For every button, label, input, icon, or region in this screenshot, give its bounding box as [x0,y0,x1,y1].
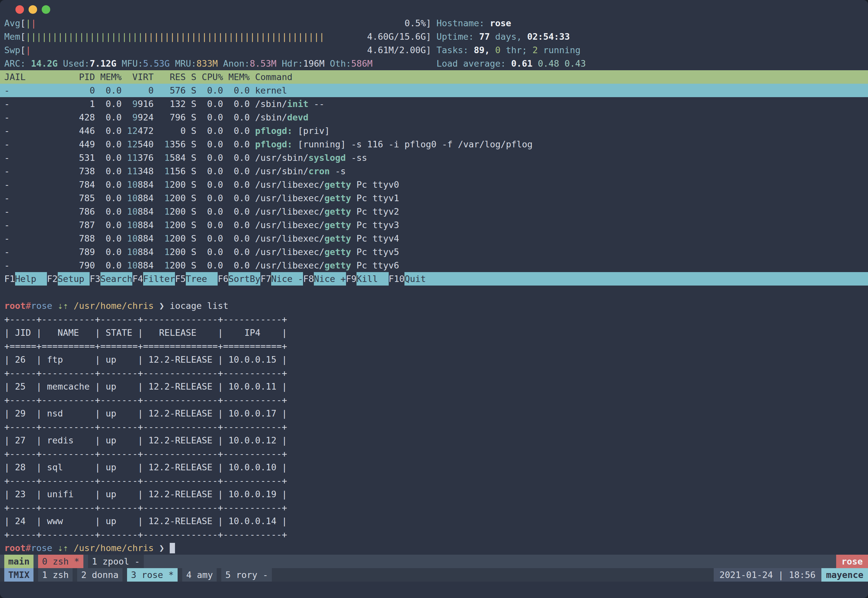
tmux-window[interactable]: 3 rose * [127,568,178,582]
column-command[interactable]: Command [250,70,292,84]
fkey-button[interactable]: F3Search [90,272,132,286]
zoom-button[interactable] [42,5,50,14]
fkey-button[interactable]: F10Quit [389,272,437,286]
memory-meter: Mem[||||||||||||||||||||||||||||||||||||… [4,30,431,43]
proc-state: S [186,245,197,259]
tmux-window[interactable]: 2 donna [77,568,123,582]
proc-command: /usr/libexec/getty Pc ttyv0 [250,178,399,191]
column-mem-pct[interactable]: MEM% [95,70,121,84]
process-row[interactable]: - 790 0.0 10884 1200 S 0.0 0.0 /usr/libe… [0,259,868,272]
proc-jail: - [4,218,25,232]
blank-line [0,286,868,299]
status-datetime: 2021-01-24 | 18:56 [714,568,822,582]
fkey-button[interactable]: F8Nice + [303,272,346,286]
proc-state: S [186,205,197,218]
proc-virt: 10884 [122,218,154,232]
close-button[interactable] [15,5,24,14]
process-row[interactable]: - 1 0.0 9916 132 S 0.0 0.0 /sbin/init -- [0,97,868,111]
htop-header-line-3: Swp[|4.61M/2.00G] Tasks: 89, 0 thr; 2 ru… [0,43,868,57]
column-virt[interactable]: VIRT [122,70,154,84]
proc-mem-pct: 0.0 [95,245,121,259]
tmux-window[interactable]: 5 rory - [221,568,272,582]
process-row[interactable]: - 738 0.0 11348 1156 S 0.0 0.0 /usr/sbin… [0,164,868,178]
proc-jail: - [4,232,25,245]
column-state[interactable]: S [186,70,197,84]
proc-jail: - [4,84,25,97]
fkey-button[interactable]: F5Tree [175,272,218,286]
hostname-info: Hostname: rose [431,16,511,30]
proc-jail: - [4,205,25,218]
process-table-header[interactable]: JAIL PID MEM% VIRT RES S CPU% MEM% Comma… [0,70,868,84]
process-row[interactable]: - 531 0.0 11376 1584 S 0.0 0.0 /usr/sbin… [0,151,868,164]
process-row[interactable]: - 787 0.0 10884 1200 S 0.0 0.0 /usr/libe… [0,218,868,232]
tmux-window[interactable]: 1 zpool - [88,555,144,568]
fkey-button[interactable]: F9Kill [346,272,389,286]
column-res[interactable]: RES [154,70,186,84]
proc-cpu-pct: 0.0 [196,205,223,218]
column-jail[interactable]: JAIL [4,70,25,84]
proc-res: 1200 [154,245,186,259]
process-row[interactable]: - 784 0.0 10884 1200 S 0.0 0.0 /usr/libe… [0,178,868,191]
tmux-window[interactable]: 1 zsh [38,568,73,582]
fkey-bar-fill [437,272,868,286]
proc-jail: - [4,245,25,259]
table-line: +-----+----------+-------+--------------… [0,447,868,460]
shell-prompt-current[interactable]: root#rose⇣⇡/usr/home/chris❯ [0,541,868,555]
process-row[interactable]: - 786 0.0 10884 1200 S 0.0 0.0 /usr/libe… [0,205,868,218]
proc-cpu-pct: 0.0 [196,191,223,205]
proc-res: 1200 [154,178,186,191]
table-line: | 27 | redis | up | 12.2-RELEASE | 10.0.… [0,434,868,447]
proc-cpu-pct: 0.0 [196,124,223,138]
proc-jail: - [4,151,25,164]
proc-pid: 0 [25,84,95,97]
process-row[interactable]: - 789 0.0 10884 1200 S 0.0 0.0 /usr/libe… [0,245,868,259]
table-line: +-----+----------+-------+--------------… [0,474,868,487]
proc-command: pflogd: [priv] [250,124,330,138]
proc-res: 1156 [154,164,186,178]
proc-pid: 787 [25,218,95,232]
proc-cpu-pct: 0.0 [196,218,223,232]
column-mem2-pct[interactable]: MEM% [223,70,250,84]
table-line: | JID | NAME | STATE | RELEASE | IP4 | [0,326,868,339]
tmux-window[interactable]: 4 amy [182,568,217,582]
process-row[interactable]: - 0 0.0 0 576 S 0.0 0.0 kernel [0,84,868,97]
fkey-button[interactable]: F1Help [4,272,47,286]
proc-state: S [186,138,197,151]
fkey-button[interactable]: F7Nice - [260,272,303,286]
proc-mem2-pct: 0.0 [223,151,250,164]
process-row[interactable]: - 788 0.0 10884 1200 S 0.0 0.0 /usr/libe… [0,232,868,245]
tmux-session-name[interactable]: main [4,555,33,568]
column-cpu-pct[interactable]: CPU% [196,70,223,84]
proc-mem-pct: 0.0 [95,111,121,124]
table-line: +-----+----------+-------+--------------… [0,312,868,326]
htop-header-line-2: Mem[||||||||||||||||||||||||||||||||||||… [0,30,868,43]
proc-virt: 12472 [122,124,154,138]
proc-mem-pct: 0.0 [95,218,121,232]
proc-pid: 428 [25,111,95,124]
proc-state: S [186,164,197,178]
column-pid[interactable]: PID [25,70,95,84]
tmux-window[interactable]: 0 zsh * [38,555,83,568]
fkey-button[interactable]: F6SortBy [218,272,260,286]
fkey-button[interactable]: F4Filter [132,272,175,286]
proc-virt: 11348 [122,164,154,178]
proc-command: /usr/libexec/getty Pc ttyv3 [250,218,399,232]
fkey-button[interactable]: F2Setup [47,272,90,286]
proc-cpu-pct: 0.0 [196,245,223,259]
process-row[interactable]: - 428 0.0 9924 796 S 0.0 0.0 /sbin/devd [0,111,868,124]
proc-pid: 788 [25,232,95,245]
proc-virt: 9924 [122,111,154,124]
minimize-button[interactable] [28,5,37,14]
proc-mem2-pct: 0.0 [223,205,250,218]
proc-mem-pct: 0.0 [95,124,121,138]
proc-virt: 10884 [122,245,154,259]
proc-jail: - [4,111,25,124]
proc-res: 1200 [154,232,186,245]
proc-cpu-pct: 0.0 [196,84,223,97]
process-row[interactable]: - 449 0.0 12540 1356 S 0.0 0.0 pflogd: [… [0,138,868,151]
process-row[interactable]: - 446 0.0 12472 0 S 0.0 0.0 pflogd: [pri… [0,124,868,138]
process-row[interactable]: - 785 0.0 10884 1200 S 0.0 0.0 /usr/libe… [0,191,868,205]
meter-value: 4.60G/15.6G [367,30,426,43]
proc-cpu-pct: 0.0 [196,138,223,151]
tmux-status-bars: main 0 zsh *1 zpool - rose TMIX 1 zsh2 d… [0,555,868,582]
